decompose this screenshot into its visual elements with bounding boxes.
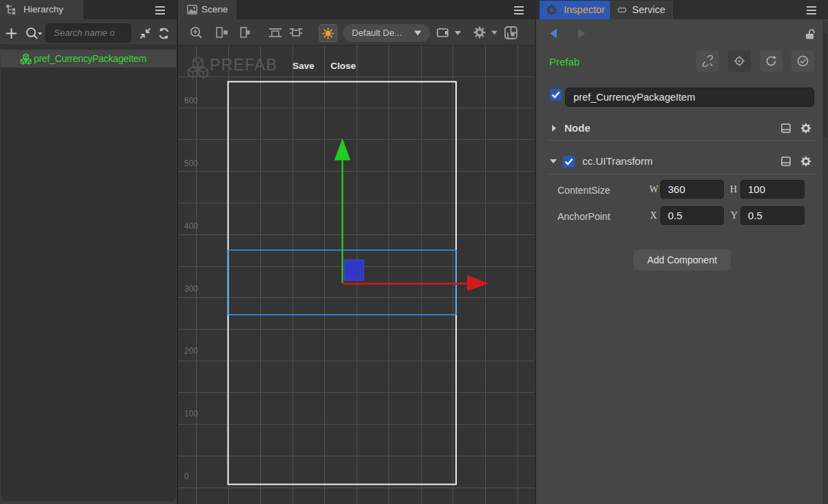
svg-text:500: 500	[184, 159, 198, 168]
svg-text:0: 0	[184, 472, 189, 481]
svg-text:Close: Close	[331, 61, 356, 71]
svg-text:PREFAB: PREFAB	[210, 56, 277, 74]
svg-text:400: 400	[184, 221, 198, 231]
svg-text:200: 200	[184, 346, 198, 356]
svg-text:600: 600	[184, 96, 198, 105]
svg-text:300: 300	[184, 284, 198, 294]
svg-text:Save: Save	[293, 61, 315, 71]
svg-text:100: 100	[184, 409, 198, 419]
